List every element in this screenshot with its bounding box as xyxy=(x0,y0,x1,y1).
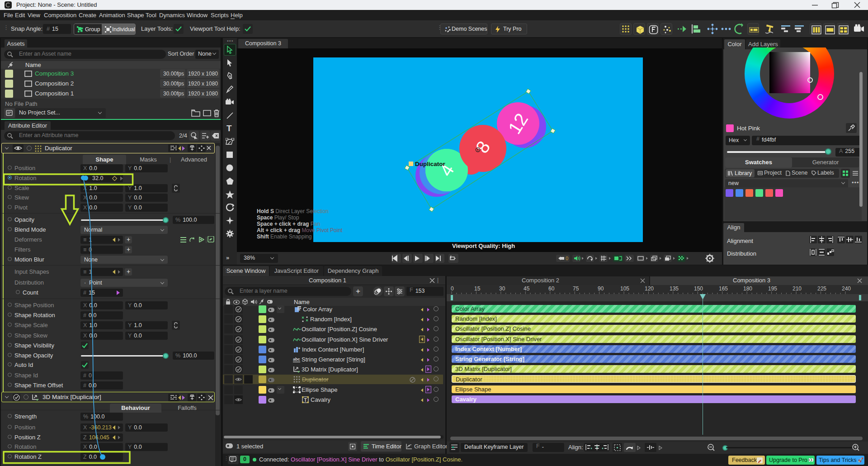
svg-text:Duplicator: Duplicator xyxy=(415,161,446,167)
svg-text:0: 0 xyxy=(566,256,568,261)
svg-text:abc: abc xyxy=(293,357,300,361)
svg-text:T: T xyxy=(304,398,307,403)
